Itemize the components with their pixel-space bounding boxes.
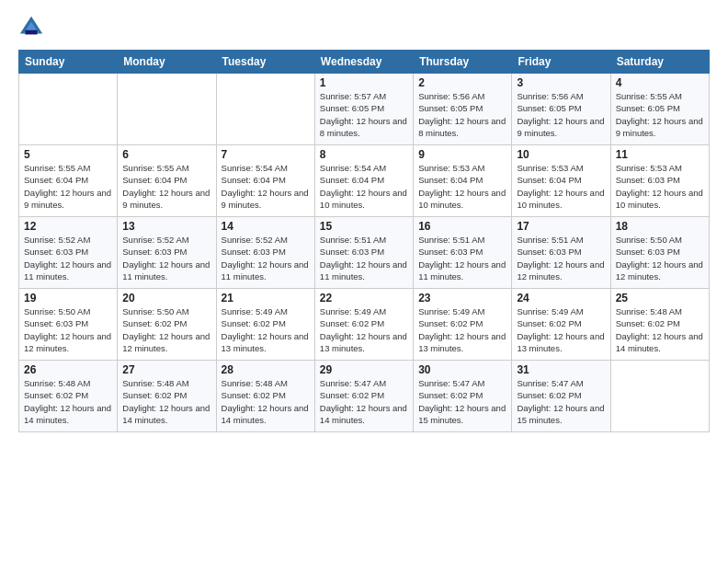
day-number: 10 (517, 148, 605, 161)
day-info: Sunrise: 5:55 AM Sunset: 6:04 PM Dayligh… (122, 162, 210, 211)
day-number: 1 (320, 76, 408, 89)
day-number: 9 (418, 148, 506, 161)
day-info: Sunrise: 5:52 AM Sunset: 6:03 PM Dayligh… (222, 234, 310, 282)
day-number: 7 (222, 148, 310, 161)
day-number: 12 (24, 220, 112, 233)
day-number: 13 (122, 220, 210, 233)
day-number: 22 (320, 292, 408, 304)
day-number: 3 (517, 76, 605, 89)
logo (18, 15, 48, 40)
day-info: Sunrise: 5:53 AM Sunset: 6:04 PM Dayligh… (517, 162, 605, 211)
day-info: Sunrise: 5:52 AM Sunset: 6:03 PM Dayligh… (122, 234, 210, 282)
day-info: Sunrise: 5:47 AM Sunset: 6:02 PM Dayligh… (517, 377, 605, 426)
calendar-week-row: 19Sunrise: 5:50 AM Sunset: 6:03 PM Dayli… (19, 289, 710, 361)
calendar-cell: 20Sunrise: 5:50 AM Sunset: 6:02 PM Dayli… (118, 289, 216, 361)
day-info: Sunrise: 5:50 AM Sunset: 6:03 PM Dayligh… (24, 305, 112, 354)
calendar-cell: 12Sunrise: 5:52 AM Sunset: 6:03 PM Dayli… (19, 217, 118, 289)
day-info: Sunrise: 5:49 AM Sunset: 6:02 PM Dayligh… (222, 305, 310, 354)
day-number: 29 (320, 363, 408, 376)
day-info: Sunrise: 5:47 AM Sunset: 6:02 PM Dayligh… (418, 377, 506, 426)
calendar-cell: 11Sunrise: 5:53 AM Sunset: 6:03 PM Dayli… (610, 145, 709, 217)
calendar-cell: 6Sunrise: 5:55 AM Sunset: 6:04 PM Daylig… (118, 145, 216, 217)
day-info: Sunrise: 5:49 AM Sunset: 6:02 PM Dayligh… (418, 305, 506, 354)
svg-rect-2 (25, 30, 37, 35)
calendar-cell: 25Sunrise: 5:48 AM Sunset: 6:02 PM Dayli… (610, 289, 709, 361)
day-number: 24 (517, 292, 605, 304)
calendar-cell: 9Sunrise: 5:53 AM Sunset: 6:04 PM Daylig… (414, 145, 512, 217)
calendar-week-row: 26Sunrise: 5:48 AM Sunset: 6:02 PM Dayli… (19, 361, 710, 432)
day-number: 17 (517, 220, 605, 233)
calendar-cell: 10Sunrise: 5:53 AM Sunset: 6:04 PM Dayli… (512, 145, 610, 217)
day-number: 28 (222, 363, 310, 376)
calendar-cell: 17Sunrise: 5:51 AM Sunset: 6:03 PM Dayli… (512, 217, 610, 289)
calendar-cell: 23Sunrise: 5:49 AM Sunset: 6:02 PM Dayli… (414, 289, 512, 361)
weekday-header-monday: Monday (118, 51, 216, 74)
calendar-cell: 5Sunrise: 5:55 AM Sunset: 6:04 PM Daylig… (19, 145, 118, 217)
day-number: 16 (418, 220, 506, 233)
day-number: 8 (320, 148, 408, 161)
weekday-header-row: SundayMondayTuesdayWednesdayThursdayFrid… (19, 51, 710, 74)
calendar-cell: 22Sunrise: 5:49 AM Sunset: 6:02 PM Dayli… (314, 289, 413, 361)
calendar-cell: 21Sunrise: 5:49 AM Sunset: 6:02 PM Dayli… (216, 289, 314, 361)
day-number: 27 (122, 363, 210, 376)
calendar-cell: 3Sunrise: 5:56 AM Sunset: 6:05 PM Daylig… (512, 74, 610, 145)
calendar-cell: 4Sunrise: 5:55 AM Sunset: 6:05 PM Daylig… (610, 74, 709, 145)
day-number: 11 (616, 148, 704, 161)
day-info: Sunrise: 5:56 AM Sunset: 6:05 PM Dayligh… (517, 90, 605, 139)
day-info: Sunrise: 5:51 AM Sunset: 6:03 PM Dayligh… (517, 234, 605, 282)
calendar-cell: 24Sunrise: 5:49 AM Sunset: 6:02 PM Dayli… (512, 289, 610, 361)
day-info: Sunrise: 5:55 AM Sunset: 6:04 PM Dayligh… (24, 162, 112, 211)
weekday-header-sunday: Sunday (19, 51, 118, 74)
calendar-week-row: 1Sunrise: 5:57 AM Sunset: 6:05 PM Daylig… (19, 74, 710, 145)
day-number: 18 (616, 220, 704, 233)
day-info: Sunrise: 5:53 AM Sunset: 6:04 PM Dayligh… (418, 162, 506, 211)
day-number: 30 (418, 363, 506, 376)
calendar-cell (216, 74, 314, 145)
day-info: Sunrise: 5:47 AM Sunset: 6:02 PM Dayligh… (320, 377, 408, 426)
day-number: 15 (320, 220, 408, 233)
day-info: Sunrise: 5:53 AM Sunset: 6:03 PM Dayligh… (616, 162, 704, 211)
weekday-header-saturday: Saturday (610, 51, 709, 74)
day-info: Sunrise: 5:54 AM Sunset: 6:04 PM Dayligh… (320, 162, 408, 211)
calendar-cell: 29Sunrise: 5:47 AM Sunset: 6:02 PM Dayli… (314, 361, 413, 432)
calendar-cell: 15Sunrise: 5:51 AM Sunset: 6:03 PM Dayli… (314, 217, 413, 289)
day-info: Sunrise: 5:51 AM Sunset: 6:03 PM Dayligh… (320, 234, 408, 282)
weekday-header-thursday: Thursday (414, 51, 512, 74)
calendar-cell: 1Sunrise: 5:57 AM Sunset: 6:05 PM Daylig… (314, 74, 413, 145)
day-number: 5 (24, 148, 112, 161)
weekday-header-wednesday: Wednesday (314, 51, 413, 74)
calendar-cell (19, 74, 118, 145)
day-number: 20 (122, 292, 210, 304)
calendar-cell: 14Sunrise: 5:52 AM Sunset: 6:03 PM Dayli… (216, 217, 314, 289)
day-info: Sunrise: 5:57 AM Sunset: 6:05 PM Dayligh… (320, 90, 408, 139)
day-info: Sunrise: 5:48 AM Sunset: 6:02 PM Dayligh… (222, 377, 310, 426)
calendar-week-row: 5Sunrise: 5:55 AM Sunset: 6:04 PM Daylig… (19, 145, 710, 217)
calendar-cell: 2Sunrise: 5:56 AM Sunset: 6:05 PM Daylig… (414, 74, 512, 145)
day-info: Sunrise: 5:50 AM Sunset: 6:02 PM Dayligh… (122, 305, 210, 354)
day-info: Sunrise: 5:52 AM Sunset: 6:03 PM Dayligh… (24, 234, 112, 282)
day-number: 25 (616, 292, 704, 304)
day-number: 31 (517, 363, 605, 376)
day-number: 21 (222, 292, 310, 304)
calendar-table: SundayMondayTuesdayWednesdayThursdayFrid… (18, 50, 710, 432)
day-number: 19 (24, 292, 112, 304)
calendar-cell: 30Sunrise: 5:47 AM Sunset: 6:02 PM Dayli… (414, 361, 512, 432)
day-number: 14 (222, 220, 310, 233)
calendar-cell: 13Sunrise: 5:52 AM Sunset: 6:03 PM Dayli… (118, 217, 216, 289)
weekday-header-friday: Friday (512, 51, 610, 74)
page: SundayMondayTuesdayWednesdayThursdayFrid… (0, 0, 728, 563)
day-info: Sunrise: 5:50 AM Sunset: 6:03 PM Dayligh… (616, 234, 704, 282)
day-info: Sunrise: 5:54 AM Sunset: 6:04 PM Dayligh… (222, 162, 310, 211)
header (18, 15, 710, 40)
day-number: 6 (122, 148, 210, 161)
day-number: 26 (24, 363, 112, 376)
calendar-cell: 7Sunrise: 5:54 AM Sunset: 6:04 PM Daylig… (216, 145, 314, 217)
calendar-cell: 28Sunrise: 5:48 AM Sunset: 6:02 PM Dayli… (216, 361, 314, 432)
weekday-header-tuesday: Tuesday (216, 51, 314, 74)
day-info: Sunrise: 5:48 AM Sunset: 6:02 PM Dayligh… (616, 305, 704, 354)
calendar-cell: 26Sunrise: 5:48 AM Sunset: 6:02 PM Dayli… (19, 361, 118, 432)
day-number: 4 (616, 76, 704, 89)
day-info: Sunrise: 5:49 AM Sunset: 6:02 PM Dayligh… (517, 305, 605, 354)
calendar-cell: 18Sunrise: 5:50 AM Sunset: 6:03 PM Dayli… (610, 217, 709, 289)
calendar-cell: 16Sunrise: 5:51 AM Sunset: 6:03 PM Dayli… (414, 217, 512, 289)
